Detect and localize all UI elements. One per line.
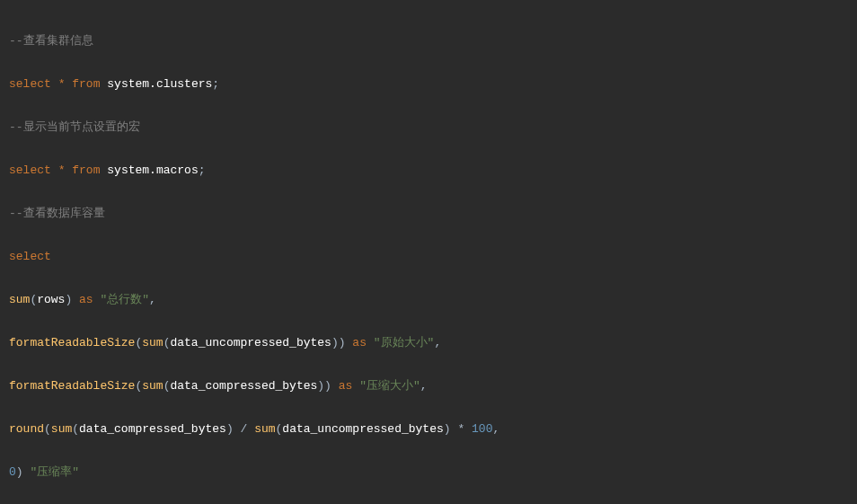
code-line: --查看数据库容量 bbox=[9, 203, 848, 225]
rparen: ) bbox=[65, 293, 72, 306]
op-mul: * bbox=[457, 422, 464, 436]
code-block: --查看集群信息 select * from system.clusters; … bbox=[9, 9, 848, 504]
kw-select: select bbox=[9, 77, 51, 91]
func-sum: sum bbox=[142, 336, 163, 349]
rparen: ) bbox=[324, 379, 331, 393]
comma: , bbox=[434, 336, 441, 349]
string: "压缩大小" bbox=[359, 379, 420, 393]
code-line: round(sum(data_compressed_bytes) / sum(d… bbox=[9, 419, 848, 440]
number: 100 bbox=[472, 422, 492, 436]
identifier: data_compressed_bytes bbox=[79, 422, 226, 436]
lparen: ( bbox=[44, 422, 51, 436]
string: "总行数" bbox=[100, 293, 149, 306]
code-line: --显示当前节点设置的宏 bbox=[9, 117, 848, 138]
func-round: round bbox=[9, 422, 44, 436]
op-div: / bbox=[241, 422, 248, 436]
code-line: --查看集群信息 bbox=[9, 31, 848, 52]
code-line: formatReadableSize(sum(data_uncompressed… bbox=[9, 332, 848, 354]
code-line: 0) "压缩率" bbox=[9, 462, 848, 483]
semicolon: ; bbox=[199, 164, 206, 177]
code-line: select bbox=[9, 246, 848, 268]
identifier: rows bbox=[37, 293, 65, 306]
comment: --显示当前节点设置的宏 bbox=[9, 120, 140, 134]
rparen: ) bbox=[339, 336, 346, 349]
kw-from: from bbox=[72, 164, 100, 177]
kw-as: as bbox=[79, 293, 93, 306]
identifier: data_uncompressed_bytes bbox=[170, 336, 331, 349]
star: * bbox=[58, 164, 66, 177]
identifier: data_uncompressed_bytes bbox=[282, 422, 443, 436]
identifier: data_compressed_bytes bbox=[170, 379, 317, 393]
func-frs: formatReadableSize bbox=[9, 379, 135, 393]
code-line: sum(rows) as "总行数", bbox=[9, 289, 848, 311]
code-line: select * from system.clusters; bbox=[9, 74, 848, 95]
rparen: ) bbox=[16, 465, 23, 479]
comma: , bbox=[420, 379, 428, 393]
kw-select: select bbox=[9, 164, 51, 177]
string: "压缩率" bbox=[30, 465, 79, 479]
comma: , bbox=[149, 293, 156, 306]
star: * bbox=[58, 77, 66, 91]
lparen: ( bbox=[72, 422, 79, 436]
kw-as: as bbox=[352, 336, 367, 349]
func-sum: sum bbox=[9, 293, 30, 306]
func-sum: sum bbox=[51, 422, 72, 436]
func-sum: sum bbox=[142, 379, 163, 393]
rparen: ) bbox=[331, 336, 339, 349]
code-line: formatReadableSize(sum(data_compressed_b… bbox=[9, 376, 848, 397]
kw-from: from bbox=[72, 77, 100, 91]
rparen: ) bbox=[226, 422, 234, 436]
code-line: select * from system.macros; bbox=[9, 160, 848, 181]
rparen: ) bbox=[444, 422, 451, 436]
comment: --查看集群信息 bbox=[9, 34, 93, 48]
comment: --查看数据库容量 bbox=[9, 207, 105, 220]
kw-select: select bbox=[9, 250, 51, 263]
semicolon: ; bbox=[212, 77, 219, 91]
string: "原始大小" bbox=[374, 336, 435, 349]
func-frs: formatReadableSize bbox=[9, 336, 135, 349]
kw-as: as bbox=[339, 379, 353, 393]
rparen: ) bbox=[317, 379, 324, 393]
func-sum: sum bbox=[254, 422, 275, 436]
comma: , bbox=[492, 422, 499, 436]
number: 0 bbox=[9, 465, 16, 479]
identifier: system.macros bbox=[107, 164, 198, 177]
identifier: system.clusters bbox=[107, 77, 212, 91]
